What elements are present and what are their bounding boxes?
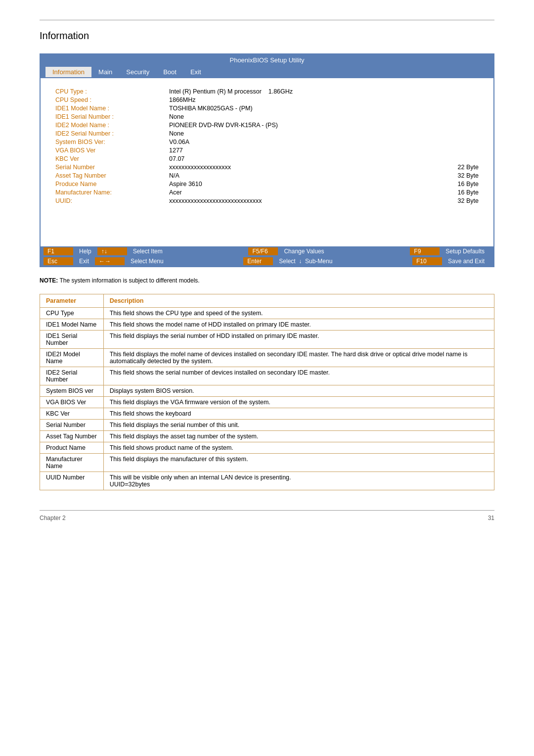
bios-status-rows: F1 Help ↑↓ Select Item F5/F6 Change Valu… — [41, 246, 493, 266]
status-key-f10: F10 — [412, 257, 442, 265]
status-val-exit: Exit — [73, 257, 95, 265]
desc-cell: This field shows the model name of HDD i… — [103, 319, 494, 331]
chapter-label: Chapter 2 — [40, 515, 66, 521]
param-cell: CPU Type — [40, 308, 104, 319]
table-header-row: Parameter Description — [40, 294, 494, 308]
bios-label-cpu-type: CPU Type : — [55, 88, 164, 95]
top-rule — [40, 20, 494, 20]
bios-label-ide2-model: IDE2 Model Name : — [55, 122, 164, 129]
bios-byte-vga-bios — [458, 147, 479, 154]
bios-byte-cpu-type — [458, 88, 479, 95]
bios-label-kbc-ver: KBC Ver — [55, 155, 164, 162]
status-val-select-submenu: Select ↓ Sub-Menu — [273, 257, 338, 265]
desc-cell: This field displays the mofel name of de… — [103, 349, 494, 367]
bios-menu-main[interactable]: Main — [91, 67, 119, 77]
table-row: System BIOS verDisplays system BIOS vers… — [40, 385, 494, 397]
desc-cell: This field shows product name of the sys… — [103, 442, 494, 454]
bios-title-bar: PhoenixBIOS Setup Utility — [41, 54, 493, 66]
table-row: CPU TypeThis field shows the CPU type an… — [40, 308, 494, 319]
bios-byte-ide1-model — [458, 105, 479, 112]
status-key-f5f6: F5/F6 — [248, 247, 278, 255]
table-row: UUID NumberThis will be visible only whe… — [40, 472, 494, 490]
status-key-enter: Enter — [243, 257, 273, 265]
desc-cell: This field shows the CPU type and speed … — [103, 308, 494, 319]
bios-byte-kbc-ver — [458, 155, 479, 162]
status-key-f1: F1 — [44, 247, 73, 255]
bios-menu-boot[interactable]: Boot — [156, 67, 183, 77]
desc-cell: This field displays the serial number of… — [103, 420, 494, 431]
bios-value-ide1-model: TOSHIBA MK8025GAS - (PM) — [169, 105, 453, 112]
page-title: Information — [40, 30, 494, 42]
desc-cell: This field displays the manufacturer of … — [103, 454, 494, 472]
status-val-help: Help — [73, 247, 97, 255]
bios-byte-ide2-serial — [458, 130, 479, 137]
col-parameter: Parameter — [40, 294, 104, 308]
bios-menu-information[interactable]: Information — [45, 67, 91, 77]
note-text: The system information is subject to dif… — [59, 277, 199, 284]
bios-byte-ide2-model — [458, 122, 479, 129]
status-key-arrows: ↑↓ — [97, 247, 127, 255]
table-row: IDE1 Model NameThis field shows the mode… — [40, 319, 494, 331]
bios-value-manufacturer: Acer — [169, 189, 453, 196]
bios-value-ide2-serial: None — [169, 130, 453, 137]
desc-cell: This will be visible only when an intern… — [103, 472, 494, 490]
parameter-table: Parameter Description CPU TypeThis field… — [40, 294, 494, 490]
bios-value-asset-tag: N/A — [169, 172, 453, 179]
bios-menu-exit[interactable]: Exit — [183, 67, 208, 77]
bios-value-uuid: xxxxxxxxxxxxxxxxxxxxxxxxxxxxxx — [169, 197, 453, 204]
table-row: Manufacturer NameThis field displays the… — [40, 454, 494, 472]
table-row: IDE2 Serial NumberThis field shows the s… — [40, 367, 494, 385]
bios-byte-asset-tag: 32 Byte — [458, 172, 479, 179]
bios-label-serial: Serial Number — [55, 164, 164, 171]
desc-cell: This field displays the serial number of… — [103, 331, 494, 349]
param-cell: UUID Number — [40, 472, 104, 490]
table-row: VGA BIOS VerThis field displays the VGA … — [40, 397, 494, 408]
table-row: Product NameThis field shows product nam… — [40, 442, 494, 454]
desc-cell: This field shows the keyboard — [103, 408, 494, 420]
status-val-select-menu: Select Menu — [125, 257, 170, 265]
bios-label-ide1-serial: IDE1 Serial Number : — [55, 113, 164, 120]
status-key-f9: F9 — [410, 247, 440, 255]
table-row: Asset Tag NumberThis field displays the … — [40, 431, 494, 442]
param-cell: IDE1 Serial Number — [40, 331, 104, 349]
bios-byte-uuid: 32 Byte — [458, 197, 479, 204]
bios-label-uuid: UUID: — [55, 197, 164, 204]
bios-label-manufacturer: Manufacturer Name: — [55, 189, 164, 196]
page-number: 31 — [488, 515, 494, 521]
page-footer: Chapter 2 31 — [40, 510, 494, 521]
bios-container: PhoenixBIOS Setup Utility Information Ma… — [40, 53, 494, 267]
table-row: KBC VerThis field shows the keyboard — [40, 408, 494, 420]
bios-menu-security[interactable]: Security — [119, 67, 156, 77]
param-cell: VGA BIOS Ver — [40, 397, 104, 408]
param-cell: Product Name — [40, 442, 104, 454]
table-row: Serial NumberThis field displays the ser… — [40, 420, 494, 431]
bios-value-kbc-ver: 07.07 — [169, 155, 453, 162]
bios-label-cpu-speed: CPU Speed : — [55, 96, 164, 103]
bios-value-serial: xxxxxxxxxxxxxxxxxxxx — [169, 164, 453, 171]
param-cell: Serial Number — [40, 420, 104, 431]
bios-value-ide1-serial: None — [169, 113, 453, 120]
desc-cell: This field displays the asset tag number… — [103, 431, 494, 442]
bios-byte-serial: 22 Byte — [458, 164, 479, 171]
param-cell: KBC Ver — [40, 408, 104, 420]
bios-label-asset-tag: Asset Tag Number — [55, 172, 164, 179]
bios-value-vga-bios: 1277 — [169, 147, 453, 154]
bios-label-vga-bios: VGA BIOS Ver — [55, 147, 164, 154]
bios-fields: CPU Type : Intel (R) Pentium (R) M proce… — [55, 88, 479, 204]
note-bold: NOTE: — [40, 277, 58, 284]
bios-status-row-2: Esc Exit ←→ Select Menu Enter Select ↓ S… — [41, 256, 493, 266]
status-val-save-exit: Save and Exit — [442, 257, 490, 265]
status-val-setup-defaults: Setup Defaults — [440, 247, 490, 255]
bios-value-ide2-model: PIONEER DVD-RW DVR-K15RA - (PS) — [169, 122, 453, 129]
table-row: IDE2I Model NameThis field displays the … — [40, 349, 494, 367]
bios-label-ide2-serial: IDE2 Serial Number : — [55, 130, 164, 137]
param-cell: IDE2I Model Name — [40, 349, 104, 367]
param-cell: System BIOS ver — [40, 385, 104, 397]
bios-value-cpu-type: Intel (R) Pentium (R) M processor 1.86GH… — [169, 88, 453, 95]
desc-cell: This field shows the serial number of de… — [103, 367, 494, 385]
bios-menu-bar: Information Main Security Boot Exit — [41, 66, 493, 78]
status-val-select-item: Select Item — [127, 247, 169, 255]
bios-byte-produce-name: 16 Byte — [458, 181, 479, 188]
table-row: IDE1 Serial NumberThis field displays th… — [40, 331, 494, 349]
param-cell: Asset Tag Number — [40, 431, 104, 442]
